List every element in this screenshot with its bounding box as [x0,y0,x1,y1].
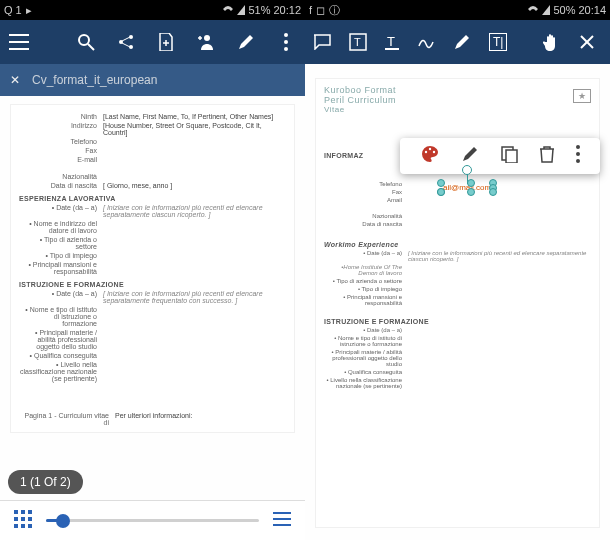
svg-line-8 [122,37,130,41]
close-tab-icon[interactable]: ✕ [10,73,20,87]
resize-handle[interactable] [437,188,445,196]
svg-rect-29 [385,48,399,50]
signal-icon [542,5,550,15]
svg-rect-2 [9,48,29,50]
selected-text-annotation[interactable]: ail@mail.com [443,183,491,192]
svg-rect-0 [9,34,29,36]
svg-rect-19 [28,517,32,521]
svg-rect-39 [506,150,517,163]
svg-rect-21 [21,524,25,528]
carrier-label: Q 1 [4,4,22,16]
svg-text:T: T [387,34,395,49]
battery-pct: 51% [248,4,270,16]
resize-handle[interactable] [437,179,445,187]
wifi-icon [527,5,539,15]
svg-point-41 [576,152,580,156]
annotation-context-bar [400,138,600,174]
share-icon[interactable] [115,31,137,53]
file-add-icon[interactable] [155,31,177,53]
notification-icon: ◻ [316,4,325,17]
clock: 20:14 [578,4,606,16]
more-icon[interactable] [576,145,580,167]
svg-point-40 [576,145,580,149]
battery-pct: 50% [553,4,575,16]
phone-left: Q 1 ▸ 51% 20:12 ✕ Cv_format_it_european … [0,0,305,540]
text-box-icon[interactable]: T [349,31,367,53]
document-viewport[interactable]: Ninth[Last Name, First Name, To, If Pert… [0,96,305,500]
search-icon[interactable] [75,31,97,53]
svg-rect-18 [21,517,25,521]
document-tab[interactable]: ✕ Cv_format_it_european [0,64,305,96]
svg-rect-25 [273,524,291,526]
grid-view-icon[interactable] [14,510,32,532]
svg-rect-14 [14,510,18,514]
copy-icon[interactable] [500,145,518,167]
resize-handle[interactable] [467,179,475,187]
svg-point-42 [576,159,580,163]
document-viewport[interactable]: ★ Kuroboo Format Peril Curriculum Vitae … [305,64,610,540]
signal-icon [237,5,245,15]
svg-rect-15 [21,510,25,514]
color-picker-icon[interactable] [420,144,440,168]
facebook-icon: f [309,4,312,16]
person-add-icon[interactable] [195,31,217,53]
status-bar: f ◻ ⓘ 50% 20:14 [305,0,610,20]
page-counter: 1 (1 Of 2) [8,470,83,494]
svg-rect-22 [28,524,32,528]
svg-rect-1 [9,41,29,43]
svg-point-36 [429,148,431,150]
wifi-icon [222,5,234,15]
svg-point-10 [204,35,210,41]
page-slider[interactable] [46,519,259,522]
info-icon: ⓘ [329,3,340,18]
svg-rect-16 [28,510,32,514]
svg-point-37 [433,151,435,153]
text-highlight-icon[interactable]: T [385,31,399,53]
svg-point-13 [284,47,288,51]
draw-icon[interactable] [453,31,471,53]
close-icon[interactable] [579,31,595,53]
status-bar: Q 1 ▸ 51% 20:12 [0,0,305,20]
annotate-toolbar: T T T| [305,20,610,64]
main-toolbar [0,20,305,64]
delete-icon[interactable] [539,145,555,167]
svg-rect-24 [273,518,291,520]
svg-text:T: T [354,36,361,48]
eu-flag-icon: ★ [573,89,591,103]
section-work-exp: Esperienza lavorativa [19,195,286,202]
svg-line-4 [88,44,94,50]
svg-point-12 [284,40,288,44]
signature-icon[interactable] [417,31,435,53]
resize-handle[interactable] [467,188,475,196]
svg-line-9 [122,43,130,47]
section-education: Istruzione e formazione [19,281,286,288]
menu-button[interactable] [8,31,30,53]
bottom-bar [0,500,305,540]
svg-rect-20 [14,524,18,528]
overflow-icon[interactable] [275,31,297,53]
edit-annotation-icon[interactable] [461,145,479,167]
svg-point-35 [425,151,427,153]
edit-icon[interactable] [235,31,257,53]
phone-right: f ◻ ⓘ 50% 20:14 T T T| ★ Kuroboo Format … [305,0,610,540]
svg-point-3 [79,35,89,45]
svg-rect-17 [14,517,18,521]
svg-rect-23 [273,512,291,514]
text-annotate-icon[interactable]: T| [489,33,507,51]
document-page: Ninth[Last Name, First Name, To, If Pert… [10,104,295,433]
play-icon: ▸ [26,4,32,17]
list-view-icon[interactable] [273,512,291,530]
comment-icon[interactable] [313,31,331,53]
svg-point-11 [284,33,288,37]
filename-label: Cv_format_it_european [32,73,157,87]
clock: 20:12 [273,4,301,16]
pan-hand-icon[interactable] [543,31,561,53]
